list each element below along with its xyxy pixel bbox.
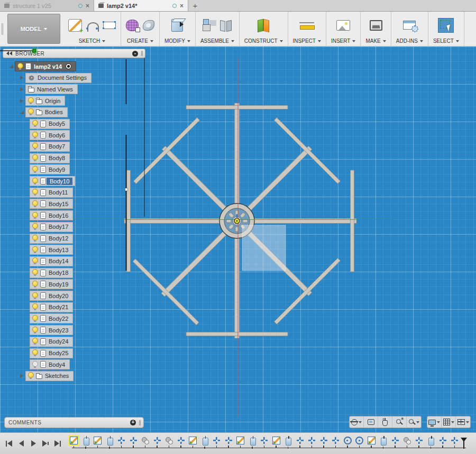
- 3d-print-icon[interactable]: [370, 20, 382, 31]
- timeline-feature-move-20[interactable]: [296, 437, 304, 448]
- joint-icon[interactable]: [219, 20, 232, 31]
- timeline-feature-move-30[interactable]: [415, 437, 423, 448]
- move-feature-icon[interactable]: [332, 437, 340, 444]
- extrude-feature-icon[interactable]: [428, 438, 434, 446]
- visibility-bulb-icon[interactable]: [32, 257, 38, 265]
- timeline-feature-sketch-1[interactable]: [70, 437, 78, 448]
- move-feature-icon[interactable]: [415, 437, 423, 444]
- rectangle-icon[interactable]: [103, 22, 116, 29]
- visibility-bulb-icon[interactable]: [32, 349, 38, 357]
- copy-feature-icon[interactable]: [403, 437, 411, 444]
- measure-icon[interactable]: [299, 21, 314, 30]
- step-forward-button[interactable]: [41, 439, 50, 448]
- visibility-bulb-icon[interactable]: [32, 178, 38, 185]
- sketch-feature-icon[interactable]: [272, 437, 280, 444]
- tree-body-body19[interactable]: Body19: [30, 279, 73, 289]
- window-zoom-button[interactable]: [407, 416, 421, 428]
- move-feature-icon[interactable]: [260, 437, 268, 444]
- timeline-feature-sketch-15[interactable]: [236, 437, 244, 448]
- visibility-bulb-icon[interactable]: [32, 143, 38, 150]
- visibility-bulb-icon[interactable]: [32, 315, 38, 322]
- tree-body-body7[interactable]: Body7: [30, 142, 70, 152]
- timeline-feature-copy-9[interactable]: [165, 437, 173, 448]
- visibility-bulb-icon[interactable]: [32, 361, 38, 368]
- visibility-bulb-icon[interactable]: [32, 327, 38, 334]
- move-feature-icon[interactable]: [320, 437, 328, 444]
- timeline-feature-sketch-26[interactable]: [368, 437, 376, 448]
- tree-body-body22[interactable]: Body22: [30, 313, 73, 323]
- document-tab-1[interactable]: structure 1 v25 ×: [0, 0, 94, 11]
- play-button[interactable]: [29, 439, 38, 448]
- tree-body-body24[interactable]: Body24: [30, 337, 73, 347]
- sketch-feature-icon[interactable]: [70, 437, 78, 444]
- viewport-canvas[interactable]: BROWSER - lamp2 v14Document SettingsName…: [0, 47, 476, 432]
- extrude-feature-icon[interactable]: [250, 438, 256, 446]
- tree-body-body15[interactable]: Body15: [30, 199, 73, 209]
- visibility-bulb-icon[interactable]: [32, 212, 38, 219]
- sketch-feature-icon[interactable]: [236, 437, 244, 444]
- tree-body-body14[interactable]: Body14: [30, 256, 73, 266]
- grid-settings-button[interactable]: [442, 416, 456, 428]
- tree-body-body13[interactable]: Body13: [30, 245, 73, 255]
- tree-body-body21[interactable]: Body21: [30, 302, 73, 312]
- pattern-feature-icon[interactable]: [355, 437, 363, 444]
- visibility-bulb-icon[interactable]: [17, 63, 23, 70]
- scripts-addins-icon[interactable]: [403, 21, 416, 30]
- copy-feature-icon[interactable]: [141, 437, 149, 444]
- timeline-feature-move-21[interactable]: [308, 437, 316, 448]
- close-tab-icon[interactable]: ×: [86, 3, 89, 9]
- visibility-bulb-icon[interactable]: [32, 200, 38, 208]
- timeline-feature-copy-7[interactable]: [141, 437, 149, 448]
- move-feature-icon[interactable]: [308, 437, 316, 444]
- insert-image-icon[interactable]: [336, 20, 350, 31]
- comments-bar[interactable]: COMMENTS +: [4, 417, 144, 428]
- timeline-feature-move-10[interactable]: [177, 437, 185, 448]
- tree-body-body6[interactable]: Body6: [30, 130, 70, 140]
- sketch-feature-icon[interactable]: [94, 437, 102, 444]
- workspace-switcher[interactable]: MODEL: [7, 14, 60, 44]
- toolbar-menu-create[interactable]: CREATE: [127, 38, 153, 44]
- tree-folder-document-settings[interactable]: Document Settings: [18, 73, 91, 83]
- visibility-bulb-icon[interactable]: [28, 97, 33, 105]
- new-tab-button[interactable]: +: [188, 0, 202, 11]
- pattern-feature-icon[interactable]: [344, 437, 352, 444]
- tree-folder-named-views[interactable]: Named Views: [18, 84, 78, 94]
- visibility-bulb-icon[interactable]: [32, 120, 38, 127]
- extrude-feature-icon[interactable]: [107, 438, 113, 446]
- toolbar-menu-make[interactable]: MAKE: [365, 38, 386, 44]
- timeline-track[interactable]: [72, 448, 466, 449]
- look-at-button[interactable]: [364, 416, 378, 428]
- tree-body-body4[interactable]: Body4: [30, 359, 70, 369]
- tree-folder-bodies[interactable]: Bodies: [18, 107, 68, 117]
- move-feature-icon[interactable]: [451, 437, 459, 444]
- timeline-feature-move-8[interactable]: [153, 437, 161, 448]
- collapse-panel-icon[interactable]: [6, 51, 12, 55]
- tree-body-body18[interactable]: Body18: [30, 268, 73, 278]
- timeline-feature-move-17[interactable]: [260, 437, 268, 448]
- browser-panel-header[interactable]: BROWSER -: [3, 49, 145, 58]
- toolbar-menu-insert[interactable]: INSERT: [331, 38, 356, 44]
- expand-icon[interactable]: [20, 76, 23, 80]
- sketch-feature-icon[interactable]: [189, 437, 197, 444]
- timeline-feature-move-22[interactable]: [320, 437, 328, 448]
- activate-component-icon[interactable]: [66, 63, 71, 69]
- tree-body-body8[interactable]: Body8: [30, 153, 70, 163]
- toolbar-menu-assemble[interactable]: ASSEMBLE: [200, 38, 234, 44]
- go-to-end-button[interactable]: [53, 439, 62, 448]
- spline-icon[interactable]: [86, 21, 99, 29]
- timeline-feature-copy-29[interactable]: [403, 437, 411, 448]
- tree-body-body25[interactable]: Body25: [30, 348, 73, 358]
- tree-body-body23[interactable]: Body23: [30, 325, 73, 335]
- timeline-feature-move-6[interactable]: [130, 437, 138, 448]
- display-settings-button[interactable]: [427, 416, 442, 428]
- move-feature-icon[interactable]: [225, 437, 233, 444]
- visibility-bulb-icon[interactable]: [32, 223, 38, 230]
- tree-body-body10[interactable]: Body10: [30, 176, 75, 186]
- comments-expand-button[interactable]: +: [130, 420, 136, 425]
- move-feature-icon[interactable]: [130, 437, 138, 444]
- document-tab-2[interactable]: lamp2 v14* ×: [94, 0, 188, 11]
- copy-feature-icon[interactable]: [165, 437, 173, 444]
- extrude-feature-icon[interactable]: [84, 438, 89, 446]
- move-feature-icon[interactable]: [213, 437, 221, 444]
- construction-plane-icon[interactable]: [257, 19, 270, 32]
